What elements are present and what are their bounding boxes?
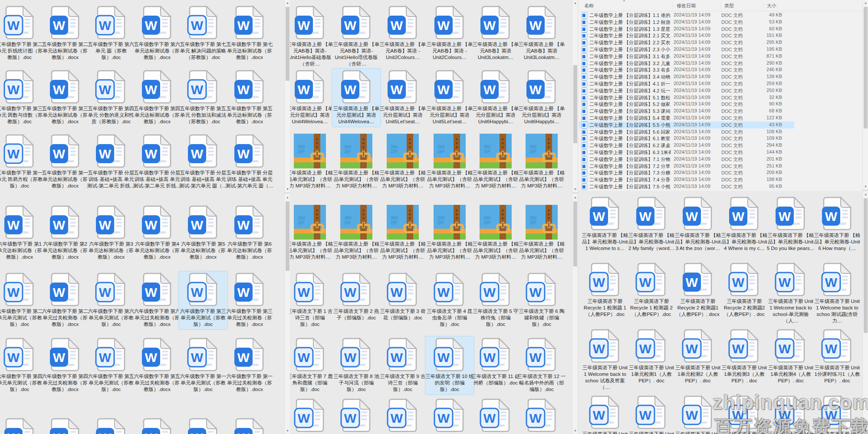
column-header-size[interactable]: 大小 [763, 3, 776, 9]
file-list-row[interactable]: 二年级数学上册 【分层训练】7.5 小熊… 2024/11/19 14:09 D… [579, 183, 794, 190]
file-item[interactable]: W 360 ZIP 三年级英语上册 【单元分层测试】英语 [471, 69, 520, 127]
file-item[interactable]: W 360 ZIP 三年级英语上册 【单元分层测试】英语 [378, 69, 427, 127]
file-item[interactable]: W 360 ZIP 三年级英语上册 【单元AB卷】英语 [425, 4, 474, 62]
file-item[interactable]: W 360 ZIP [133, 417, 181, 434]
file-item[interactable]: W 360 ZIP 三年级英语下册 Recycle 2 [720, 261, 769, 319]
file-item[interactable]: W 360 ZIP 三年级英语上册 【单元分层测试】英语 [332, 69, 381, 127]
file-item[interactable]: W 360 ZIP 六年级数学下册 第六单元单元测试（苏 [87, 271, 135, 329]
file-item[interactable]: W 360 ZIP 六年级数学下册 第三单元单元测试（苏 [179, 271, 227, 329]
file-item[interactable]: W 360 ZIP 三年级语文下册 6 陶罐和铁罐（部编 [517, 271, 566, 329]
file-item[interactable]: W 360 ZIP 三年级语文下册 [290, 397, 334, 434]
file-item[interactable]: W 360 ZIP 三年级英语下册 Recycle 1 [581, 261, 629, 319]
file-item[interactable]: W 360 ZIP [179, 417, 227, 434]
file-item[interactable]: W 360 ZIP 三年级英语上册 【精品单元测试】（含 [425, 204, 474, 262]
file-item[interactable]: W 360 ZIP 三年级英语下册 Unit 1分课时练 [581, 394, 629, 434]
file-item[interactable]: W 360 ZIP 三年级英语下册 【精品】单元检测卷- [674, 195, 722, 253]
file-item[interactable]: W 360 ZIP 五年级数学下册 第四单元达标测试卷（ [133, 69, 181, 127]
file-list-row[interactable]: 二年级数学上册 【分层训练】1.2 秋游… 2024/11/19 14:09 D… [579, 19, 794, 26]
file-item[interactable]: W 360 ZIP 六年级数学下册 第五单元单元测试（苏 [87, 336, 135, 395]
file-item[interactable]: W 360 ZIP 六年级数学下册 第六单元过关检测卷（ [133, 271, 181, 329]
file-item[interactable]: W 360 ZIP 三年级英语下册 Unit 1单元检测 [627, 328, 676, 386]
file-item[interactable]: W 360 ZIP 五年级数学下册 第七单元 解决问题的 [179, 4, 227, 62]
file-item[interactable]: W 360 ZIP 三年级语文下册 [471, 397, 520, 434]
file-item[interactable]: W 360 ZIP 六年级数学下册 第5单元达标测试卷（ [179, 204, 227, 262]
file-item[interactable]: W 360 ZIP [0, 417, 44, 434]
file-item[interactable]: W 360 ZIP [225, 417, 274, 434]
file-item[interactable]: W 360 ZIP 六年级数学下册 第五单元过关检测卷（ [133, 336, 181, 395]
scroll-up-icon[interactable]: ▲ [863, 191, 868, 197]
file-item[interactable]: W 360 ZIP 三年级英语下册 【精品】单元检测卷- [766, 195, 815, 253]
file-list-row[interactable]: 二年级数学上册 【分层训练】5.5 小熊… 2024/11/19 14:09 D… [579, 122, 794, 128]
scrollbar-thumb[interactable] [286, 201, 289, 271]
file-item[interactable]: W 360 ZIP 五年级数学下册 分层训练 基础+拔高 [179, 133, 227, 191]
file-item[interactable]: W 360 ZIP 三年级英语下册 Unit 1分课时练 [627, 394, 676, 434]
file-item[interactable]: W 360 ZIP 三年级英语上册 【精品单元测试】（含 [332, 133, 381, 191]
file-item[interactable]: W 360 ZIP 三年级英语上册 【单元分层测试】英语 [290, 69, 334, 127]
file-list-row[interactable]: 二年级数学上册 【分层训练】3.3 有多… 2024/11/19 14:09 D… [579, 66, 794, 73]
file-item[interactable]: W 360 ZIP 三年级语文下册 7 鹿角和鹿腿（部编 [290, 336, 334, 395]
file-item[interactable]: W 360 ZIP 三年级英语下册 【精品】单元检测卷- [720, 195, 769, 253]
file-item[interactable]: W 360 ZIP 三年级语文下册 5 守株待兔（部编版 [471, 271, 520, 329]
column-header-date-modified[interactable]: 修改日期 [673, 3, 696, 9]
file-list-row[interactable]: 二年级数学上册 【分层训练】6.3 1米有… 2024/11/19 14:09 … [579, 149, 794, 156]
file-item[interactable]: W 360 ZIP 六年级数学下册 第6单元达标测试卷（ [225, 204, 274, 262]
scrollbar-thumb[interactable] [573, 65, 577, 143]
scroll-down-icon[interactable]: ▼ [863, 428, 868, 434]
file-list-row[interactable]: 二年级数学上册 【分层训练】1.3 星星… 2024/11/19 14:09 D… [579, 26, 794, 33]
file-item[interactable]: W 360 ZIP 三年级英语下册 Unit 1单元检测 [720, 328, 769, 386]
file-item[interactable]: W 360 ZIP 六年级数学下册 第2单元达标测试卷（ [41, 204, 89, 262]
file-item[interactable]: W 360 ZIP 三年级英语下册 Recycle 2 [674, 261, 722, 319]
file-item[interactable]: W 360 ZIP 五年级数学下册 第一单元达标测试卷（ [41, 133, 89, 191]
file-list-row[interactable]: 二年级数学上册 【分层训练】4.1 折一… 2024/11/19 14:09 D… [579, 80, 794, 87]
file-item[interactable]: W 360 ZIP 三年级英语上册 【精品单元测试】（含 [290, 204, 334, 262]
file-item[interactable]: W 360 ZIP 三年级英语下册 【精品】单元检测卷- [627, 195, 676, 253]
file-item[interactable]: W 360 ZIP 三年级语文下册 [425, 397, 474, 434]
file-list-row[interactable]: 二年级数学上册 【分层训练】5.2 做家… 2024/11/19 14:09 D… [579, 101, 794, 108]
file-item[interactable]: W 360 ZIP 三年级语文下册 1 古诗三首（部编版 [290, 271, 334, 329]
file-item[interactable]: W 360 ZIP 三年级英语上册 【精品单元测试】（含 [425, 133, 474, 191]
file-item[interactable]: W 360 ZIP 六年级数学下册 第二单元单元测试（苏 [0, 271, 44, 329]
file-item[interactable]: W 360 ZIP 五年级数学下册 第五单元 分数加法和 [179, 69, 227, 127]
scrollbar-thumb[interactable] [864, 198, 868, 333]
scrollbar-thumb[interactable] [573, 201, 577, 266]
file-item[interactable]: W 360 ZIP 三年级英语上册 【精品单元测试】（含 [517, 133, 566, 191]
file-item[interactable]: W 360 ZIP 三年级英语下册 Unit 1单元检测 [766, 328, 815, 386]
file-list-row[interactable]: 二年级数学上册 【分层训练】3.2 儿童… 2024/11/19 14:09 D… [579, 60, 794, 67]
file-list-row[interactable]: 二年级数学上册 【分层训练】5.4 需要… 2024/11/19 14:09 D… [579, 115, 794, 122]
file-item[interactable]: W 360 ZIP 五年级数学下册 第七单元达标测试卷（ [225, 4, 274, 62]
file-item[interactable]: W 360 ZIP 六年级数学下册 第4单元达标测试卷（ [133, 204, 181, 262]
file-item[interactable]: W 360 ZIP 三年级语文下册 [517, 397, 566, 434]
file-item[interactable]: W 360 ZIP 五年级数学下册 第二单元达标测试卷（ [41, 4, 89, 62]
file-item[interactable]: W 360 ZIP 三年级英语上册 【单元AB卷】英语 [517, 4, 566, 62]
file-list-row[interactable]: 二年级数学上册 【分层训练】2.3 小小… 2024/11/19 14:09 D… [579, 46, 794, 53]
file-item[interactable]: W 360 ZIP 三年级英语上册 【精品单元测试】（含 [517, 204, 566, 262]
file-item[interactable]: W 360 ZIP 五年级数学下册 第五单元达标测试卷（ [225, 69, 274, 127]
file-item[interactable]: W 360 ZIP 三年级英语下册 Unit 1 Wel [766, 261, 815, 326]
file-item[interactable]: W 360 ZIP 三年级英语下册 Unit 2单元检测 [766, 394, 815, 434]
file-item[interactable]: W 360 ZIP 五年级数学下册 分层训练 基础+拔高 [133, 133, 181, 191]
file-item[interactable]: W 360 ZIP 五年级数学下册 第二单元 折线统计图 [0, 4, 44, 62]
scrollbar-thumb[interactable] [286, 7, 289, 81]
file-item[interactable]: W 360 ZIP 三年级语文下册 9 古诗三首（部编版 [378, 336, 427, 395]
file-item[interactable]: W 360 ZIP 五年级数学下册 第一单元 简易方程（ [0, 133, 44, 191]
file-item[interactable]: W 360 ZIP 五年级数学下册 第六单元 圆（苏教版 [87, 4, 135, 62]
file-item[interactable]: W 360 ZIP 三年级英语上册 【单元AB卷】英语 [471, 4, 520, 62]
file-item[interactable]: W 360 ZIP 三年级英语下册 【精品】单元检测卷- [581, 195, 629, 253]
file-item[interactable]: W 360 ZIP 三年级英语下册 Unit 2分课时练 [813, 394, 861, 434]
file-list-row[interactable]: 二年级数学上册 【分层训练】3.1 有多… 2024/11/19 14:09 D… [579, 53, 794, 60]
file-item[interactable]: W 360 ZIP 三年级英语上册 【精品单元测试】（含 [378, 204, 427, 262]
file-item[interactable]: W 360 ZIP [87, 417, 135, 434]
file-list-row[interactable]: 二年级数学上册 【分层训练】2.2 买衣… 2024/11/19 14:09 D… [579, 39, 794, 46]
file-item[interactable]: W 360 ZIP 三年级英语下册 Unit 1单元检测 [674, 328, 722, 386]
file-item[interactable]: W 360 ZIP 五年级数学下册 第三单元达标测试卷（ [41, 69, 89, 127]
file-list-row[interactable]: 二年级数学上册 【分层训练】5.6 回家… 2024/11/19 14:09 D… [579, 128, 794, 135]
file-item[interactable]: W 360 ZIP 三年级英语上册 【单元分层测试】英语 [517, 69, 566, 127]
file-item[interactable]: W 360 ZIP 三年级英语下册 Unit 1分课时练 [813, 328, 861, 386]
scroll-down-icon[interactable]: ▼ [863, 184, 868, 189]
file-list-row[interactable]: 二年级数学上册 【分层训练】7.4 分香… 2024/11/19 14:09 D… [579, 176, 794, 183]
file-item[interactable]: W 360 ZIP 三年级英语上册 【精品单元测试】（含 [332, 204, 381, 262]
file-item[interactable]: W 360 ZIP 三年级语文下册 [378, 397, 427, 434]
file-item[interactable]: W 360 ZIP 六年级数学下册 第二单元过关检测卷（ [41, 271, 89, 329]
file-list-row[interactable]: 二年级数学上册 【分层训练】3.4 动物… 2024/11/19 14:09 D… [579, 73, 794, 80]
file-item[interactable]: W 360 ZIP 三年级语文下册 10 纸的发明（部编 [425, 336, 474, 395]
